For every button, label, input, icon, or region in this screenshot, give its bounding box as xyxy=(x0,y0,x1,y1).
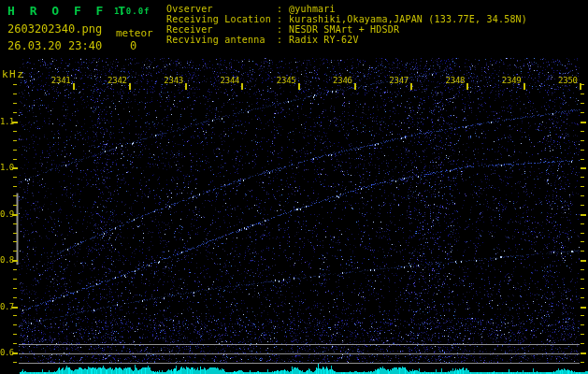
observer-info-row: Ovserver:@yuhmari xyxy=(166,4,527,14)
observer-info-block: Ovserver:@yuhmariReceiving Location:kura… xyxy=(166,4,527,45)
info-value: @yuhmari xyxy=(289,4,336,14)
observer-info-row: Receiver:NESDR SMArt + HDSDR xyxy=(166,24,527,35)
freq-axis-unit-label: kHz xyxy=(2,68,24,80)
meteor-count-label: meteor xyxy=(116,27,153,39)
time-tick-label: 2349 xyxy=(499,76,522,86)
info-label: Ovserver xyxy=(166,4,277,14)
freq-tick-label: 0.8 xyxy=(0,255,13,265)
time-tick-label: 2347 xyxy=(386,76,409,86)
spectrogram-canvas xyxy=(0,0,588,374)
app-version: 1.0.0f xyxy=(114,7,151,16)
info-separator: : xyxy=(277,35,289,45)
freq-tick-label: 1.1 xyxy=(0,117,13,126)
info-separator: : xyxy=(277,24,289,35)
info-value: NESDR SMArt + HDSDR xyxy=(289,24,399,35)
time-tick-label: 2341 xyxy=(49,76,71,86)
capture-filename: 2603202340.png xyxy=(7,22,102,36)
app-title: H R O F F T xyxy=(7,4,129,18)
capture-datetime: 26.03.20 23:40 xyxy=(7,39,102,52)
time-tick-label: 2348 xyxy=(442,76,465,86)
freq-tick-label: 0.9 xyxy=(0,209,13,219)
freq-tick-label: 0.6 xyxy=(0,348,13,357)
info-label: Receiver xyxy=(166,24,277,35)
time-tick-label: 2344 xyxy=(217,76,239,86)
observer-info-row: Recviving antenna:Radix RY-62V xyxy=(166,35,527,45)
info-separator: : xyxy=(277,14,289,24)
time-tick-label: 2346 xyxy=(330,76,352,86)
info-value: Radix RY-62V xyxy=(289,35,359,45)
hrofft-screen: H R O F F T 1.0.0f 2603202340.png meteor… xyxy=(0,0,588,374)
observer-info-row: Receiving Location:kurashiki,Okayama,JAP… xyxy=(166,14,527,24)
time-tick-label: 2350 xyxy=(555,76,578,86)
info-label: Recviving antenna xyxy=(166,35,277,45)
time-tick-label: 2342 xyxy=(105,76,127,86)
freq-tick-label: 1.0 xyxy=(0,163,13,172)
info-value: kurashiki,Okayama,JAPAN (133.77E, 34.58N… xyxy=(289,14,527,24)
time-tick-label: 2343 xyxy=(161,76,183,86)
time-tick-label: 2345 xyxy=(274,76,296,86)
freq-tick-label: 0.7 xyxy=(0,302,13,311)
meteor-count-value: 0 xyxy=(130,39,136,52)
info-separator: : xyxy=(277,4,289,14)
info-label: Receiving Location xyxy=(166,14,277,24)
